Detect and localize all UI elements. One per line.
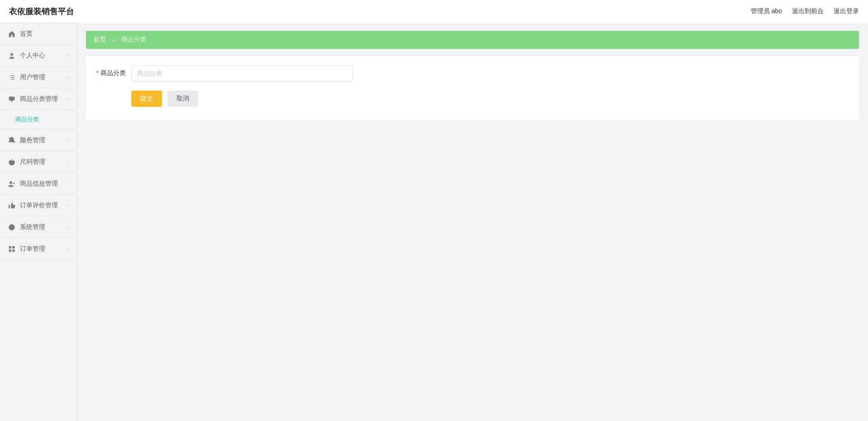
breadcrumb-current: 商品分类 — [121, 36, 147, 44]
layout: 首页 个人中心 用户管理 商品分类管理 — [0, 23, 868, 421]
sidebar-item-product-info[interactable]: 商品信息管理 — [0, 173, 76, 195]
sidebar-item-label: 系统管理 — [20, 223, 60, 231]
sidebar-item-users[interactable]: 用户管理 — [0, 67, 76, 88]
breadcrumb-home[interactable]: 首页 — [93, 36, 106, 44]
category-input[interactable] — [131, 65, 353, 81]
chevron-down-icon — [65, 246, 70, 252]
sidebar-item-label: 用户管理 — [20, 73, 60, 81]
topbar-right: 管理员 abo 退出到前台 退出登录 — [751, 7, 859, 15]
power-icon — [8, 158, 15, 166]
monitor-icon — [8, 96, 15, 103]
sidebar-item-home[interactable]: 首页 — [0, 23, 76, 45]
admin-link[interactable]: 管理员 abo — [751, 7, 782, 15]
svg-rect-21 — [9, 249, 11, 252]
chevron-down-icon — [65, 159, 70, 165]
sidebar-item-category-mgmt[interactable]: 商品分类管理 — [0, 88, 76, 110]
sidebar-item-label: 颜色管理 — [20, 136, 60, 144]
sidebar-item-system[interactable]: 系统管理 — [0, 216, 76, 238]
chevron-down-icon — [65, 53, 70, 58]
list-icon — [8, 74, 15, 81]
sidebar-item-label: 首页 — [20, 30, 70, 38]
target-icon — [8, 224, 15, 231]
thumbs-up-icon — [8, 202, 15, 209]
sidebar-item-review[interactable]: 订单评价管理 — [0, 195, 76, 216]
submit-button[interactable]: 提交 — [131, 91, 162, 107]
home-icon — [8, 30, 15, 38]
form-row-category: * 商品分类 — [95, 65, 850, 81]
logout-link[interactable]: 退出登录 — [834, 7, 859, 15]
to-front-link[interactable]: 退出到前台 — [792, 7, 824, 15]
svg-point-0 — [10, 53, 13, 55]
topbar: 衣依服装销售平台 管理员 abo 退出到前台 退出登录 — [0, 0, 868, 23]
form-buttons: 提交 取消 — [95, 91, 850, 107]
svg-rect-8 — [11, 101, 13, 101]
category-label: * 商品分类 — [95, 69, 131, 77]
chevron-down-icon — [65, 203, 70, 208]
cancel-button[interactable]: 取消 — [167, 91, 198, 107]
chevron-up-icon — [65, 96, 70, 102]
required-mark: * — [96, 69, 99, 77]
svg-rect-7 — [9, 96, 14, 100]
sidebar: 首页 个人中心 用户管理 商品分类管理 — [0, 23, 77, 421]
svg-rect-20 — [12, 246, 14, 249]
sidebar-item-label: 个人中心 — [20, 52, 60, 60]
sidebar-item-label: 尺码管理 — [20, 158, 60, 166]
sidebar-item-profile[interactable]: 个人中心 — [0, 45, 76, 67]
user-plus-icon — [8, 180, 15, 187]
chevron-down-icon — [65, 138, 70, 143]
sidebar-item-label: 商品分类管理 — [20, 95, 60, 103]
sidebar-item-label: 订单评价管理 — [20, 201, 60, 210]
chevron-down-icon — [65, 181, 70, 187]
sidebar-subitem-category[interactable]: 商品分类 — [0, 110, 76, 129]
category-label-text: 商品分类 — [100, 69, 126, 77]
form-panel: * 商品分类 提交 取消 — [86, 56, 859, 120]
sidebar-item-color[interactable]: 颜色管理 — [0, 129, 76, 151]
svg-rect-22 — [12, 249, 14, 252]
sidebar-item-label: 商品信息管理 — [20, 180, 60, 188]
sidebar-submenu-category: 商品分类 — [0, 110, 76, 129]
grid-icon — [8, 245, 15, 253]
bell-off-icon — [8, 137, 15, 144]
svg-rect-19 — [9, 246, 11, 249]
sidebar-item-size[interactable]: 尺码管理 — [0, 151, 76, 173]
user-icon — [8, 52, 15, 59]
sidebar-item-label: 订单管理 — [20, 245, 60, 253]
breadcrumb-separator: → — [110, 36, 117, 43]
brand-title: 衣依服装销售平台 — [9, 6, 74, 17]
sidebar-item-orders[interactable]: 订单管理 — [0, 238, 76, 260]
svg-point-11 — [10, 181, 12, 183]
chevron-down-icon — [65, 75, 70, 80]
main-content: 首页 → 商品分类 * 商品分类 提交 取消 — [77, 23, 868, 421]
chevron-down-icon — [65, 225, 70, 230]
breadcrumb: 首页 → 商品分类 — [86, 31, 859, 49]
